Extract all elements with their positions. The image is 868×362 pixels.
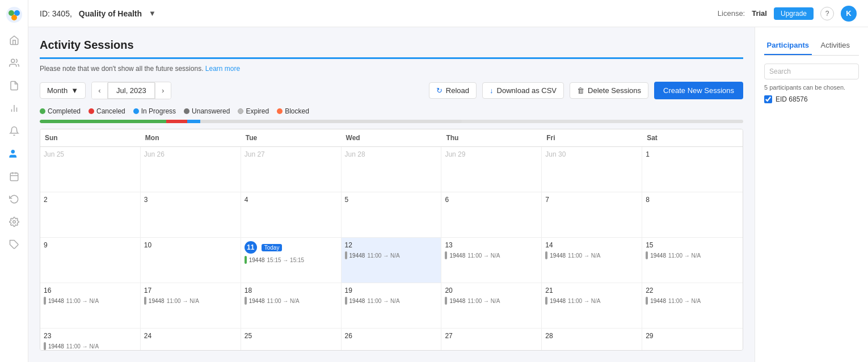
month-dropdown[interactable]: Month ▼ bbox=[40, 82, 86, 99]
tab-activities[interactable]: Activities bbox=[812, 36, 859, 55]
calendar-cell[interactable]: 3 bbox=[141, 192, 241, 238]
tab-participants[interactable]: Participants bbox=[764, 36, 812, 55]
cell-date: Jun 27 bbox=[245, 150, 338, 158]
calendar-cell[interactable]: 5 bbox=[342, 192, 442, 238]
prev-month-button[interactable]: ‹ bbox=[92, 83, 108, 99]
notice-text: Please note that we don't show all the f… bbox=[40, 65, 743, 73]
sidebar-icon-chart[interactable] bbox=[8, 102, 20, 115]
calendar-cell[interactable]: 15 19448 11:00 → N/A bbox=[642, 238, 743, 283]
calendar-cell[interactable]: 16 19448 11:00 → N/A bbox=[40, 283, 141, 329]
calendar-cell[interactable]: 27 bbox=[441, 329, 542, 351]
calendar-cell[interactable]: 29 bbox=[642, 329, 743, 351]
session-item[interactable]: 19448 11:00 → N/A bbox=[646, 297, 739, 305]
session-item[interactable]: 19448 11:00 → N/A bbox=[445, 297, 538, 305]
svg-point-4 bbox=[11, 59, 14, 62]
sidebar-icon-bell[interactable] bbox=[8, 125, 20, 137]
session-item[interactable]: 19448 11:00 → N/A bbox=[245, 297, 338, 305]
calendar-cell[interactable]: Jun 25 bbox=[40, 147, 141, 192]
progress-bar bbox=[40, 120, 743, 123]
calendar-cell[interactable]: 20 19448 11:00 → N/A bbox=[441, 283, 542, 329]
session-id: 19448 bbox=[249, 257, 265, 263]
session-item[interactable]: 19448 11:00 → N/A bbox=[445, 251, 538, 259]
calendar-cell[interactable]: Jun 29 bbox=[441, 147, 542, 192]
panel-tabs: Participants Activities bbox=[764, 36, 859, 56]
upgrade-button[interactable]: Upgrade bbox=[774, 7, 814, 20]
session-bar bbox=[345, 251, 347, 259]
calendar-cell[interactable]: 17 19448 11:00 → N/A bbox=[141, 283, 241, 329]
sidebar-icon-home[interactable] bbox=[8, 34, 20, 47]
calendar-day-header: Mon bbox=[141, 129, 241, 146]
session-item[interactable]: 19448 11:00 → N/A bbox=[545, 297, 638, 305]
cell-date: 22 bbox=[646, 287, 739, 294]
calendar-cell[interactable]: 1 bbox=[642, 147, 743, 192]
session-item[interactable]: 19448 11:00 → N/A bbox=[44, 297, 137, 305]
calendar-cell[interactable]: 11 Today 19448 15:15 → 15:15 bbox=[241, 238, 342, 283]
calendar-cell[interactable]: 18 19448 11:00 → N/A bbox=[241, 283, 342, 329]
sidebar-icon-people[interactable] bbox=[8, 148, 20, 160]
sidebar-icon-calendar[interactable] bbox=[8, 170, 20, 183]
sidebar-icon-history[interactable] bbox=[8, 193, 20, 205]
sidebar-icon-docs[interactable] bbox=[8, 79, 20, 92]
session-time: 15:15 → 15:15 bbox=[267, 257, 305, 263]
calendar-cell[interactable]: 13 19448 11:00 → N/A bbox=[441, 238, 542, 283]
calendar-cell[interactable]: 7 bbox=[542, 192, 642, 238]
sidebar-icon-settings[interactable] bbox=[8, 216, 20, 228]
calendar-cell[interactable]: 14 19448 11:00 → N/A bbox=[542, 238, 642, 283]
calendar-cell[interactable]: 23 19448 11:00 → N/A bbox=[40, 329, 141, 351]
calendar-cell[interactable]: 10 bbox=[141, 238, 241, 283]
create-sessions-button[interactable]: Create New Sessions bbox=[654, 82, 743, 99]
cell-date: 4 bbox=[245, 196, 338, 204]
calendar-cell[interactable]: 21 19448 11:00 → N/A bbox=[542, 283, 642, 329]
calendar-cell[interactable]: 19 19448 11:00 → N/A bbox=[342, 283, 442, 329]
calendar-cell[interactable]: 8 bbox=[642, 192, 743, 238]
calendar-cell[interactable]: 26 bbox=[342, 329, 442, 351]
calendar-cell[interactable]: Jun 28 bbox=[342, 147, 442, 192]
reload-button[interactable]: ↻ Reload bbox=[429, 82, 477, 99]
calendar-cell[interactable]: 4 bbox=[241, 192, 342, 238]
download-csv-button[interactable]: ↓ Download as CSV bbox=[482, 82, 564, 99]
calendar-cell[interactable]: 12 19448 11:00 → N/A bbox=[342, 238, 442, 283]
session-time: 11:00 → N/A bbox=[668, 252, 701, 259]
calendar-cell[interactable]: 22 19448 11:00 → N/A bbox=[642, 283, 743, 329]
calendar-cell[interactable]: 25 bbox=[241, 329, 342, 351]
sidebar-icon-users[interactable] bbox=[8, 57, 20, 69]
session-item[interactable]: 19448 11:00 → N/A bbox=[646, 251, 739, 259]
chevron-down-icon[interactable]: ▼ bbox=[149, 9, 156, 18]
cell-date: 1 bbox=[646, 150, 739, 158]
sidebar-icon-tag[interactable] bbox=[8, 238, 20, 251]
legend-item: Blocked bbox=[277, 107, 309, 115]
next-month-button[interactable]: › bbox=[155, 83, 171, 99]
svg-point-13 bbox=[12, 221, 15, 224]
session-item[interactable]: 19448 11:00 → N/A bbox=[144, 297, 237, 305]
session-item[interactable]: 19448 11:00 → N/A bbox=[345, 251, 438, 259]
session-time: 11:00 → N/A bbox=[668, 298, 701, 304]
session-time: 11:00 → N/A bbox=[66, 343, 99, 350]
eid-checkbox[interactable] bbox=[764, 95, 772, 103]
calendar-cell[interactable]: 6 bbox=[441, 192, 542, 238]
cell-date: Jun 29 bbox=[445, 150, 538, 158]
session-item[interactable]: 19448 11:00 → N/A bbox=[545, 251, 638, 259]
session-item[interactable]: 19448 11:00 → N/A bbox=[44, 342, 137, 350]
calendar-cell[interactable]: 28 bbox=[542, 329, 642, 351]
session-id: 19448 bbox=[650, 298, 666, 304]
search-input[interactable] bbox=[764, 64, 859, 79]
delete-sessions-button[interactable]: 🗑 Delete Sessions bbox=[570, 82, 648, 99]
session-item[interactable]: 19448 11:00 → N/A bbox=[345, 297, 438, 305]
calendar-cell[interactable]: 24 bbox=[141, 329, 241, 351]
cell-date: 6 bbox=[445, 196, 538, 204]
calendar-cell[interactable]: 9 bbox=[40, 238, 141, 283]
session-bar bbox=[345, 297, 347, 305]
calendar-cell[interactable]: Jun 26 bbox=[141, 147, 241, 192]
legend: CompletedCanceledIn ProgressUnansweredEx… bbox=[40, 107, 743, 115]
calendar-cell[interactable]: Jun 27 bbox=[241, 147, 342, 192]
help-button[interactable]: ? bbox=[820, 7, 834, 20]
current-month: Jul, 2023 bbox=[108, 82, 155, 99]
cell-date: Jun 25 bbox=[44, 150, 137, 158]
avatar[interactable]: K bbox=[841, 6, 857, 22]
calendar-cell[interactable]: 2 bbox=[40, 192, 141, 238]
calendar-cell[interactable]: Jun 30 bbox=[542, 147, 642, 192]
cell-date: 5 bbox=[345, 196, 438, 204]
session-item[interactable]: 19448 15:15 → 15:15 bbox=[245, 256, 338, 264]
learn-more-link[interactable]: Learn more bbox=[205, 65, 240, 73]
calendar-day-header: Wed bbox=[342, 129, 442, 146]
